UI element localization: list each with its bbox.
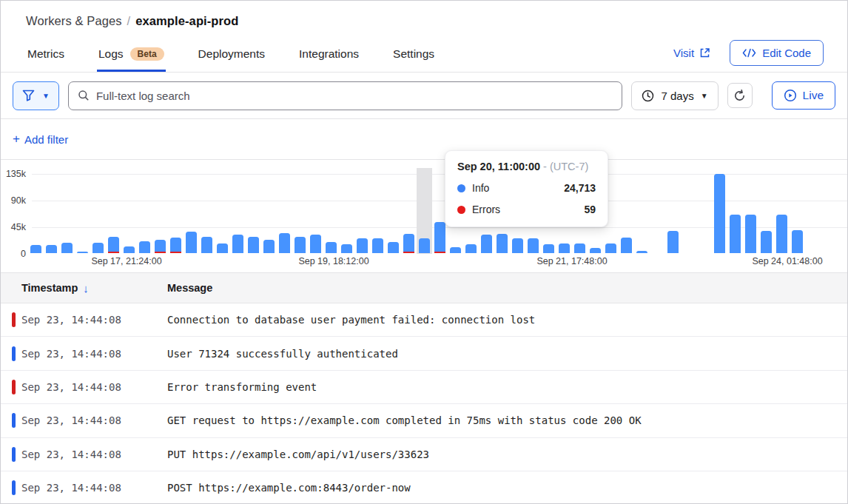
sort-desc-icon: ↓ [83, 282, 89, 295]
chart-bar[interactable] [30, 245, 41, 253]
severity-indicator [12, 413, 16, 428]
chart-bar[interactable] [170, 238, 181, 253]
y-axis-tick: 135k [1, 169, 26, 179]
chart-bar[interactable] [745, 215, 756, 253]
chart-bar[interactable] [574, 243, 585, 253]
chart-bar-error-segment [170, 252, 181, 253]
chart-bar[interactable] [403, 234, 414, 253]
table-row[interactable]: Sep 23, 14:44:08User 71324 successfully … [1, 337, 847, 370]
severity-indicator [12, 380, 16, 394]
workers-logs-page: Workers & Pages/example-api-prod Metrics… [0, 0, 848, 504]
external-link-icon [699, 47, 710, 58]
chart-bar[interactable] [636, 251, 647, 253]
chart-bar[interactable] [730, 215, 741, 253]
edit-code-button[interactable]: Edit Code [730, 40, 824, 66]
chart-bar[interactable] [590, 248, 601, 253]
filter-menu-button[interactable]: ▼ [13, 81, 59, 110]
y-axis-tick: 0 [1, 249, 26, 259]
table-row[interactable]: Sep 23, 14:44:08PUT https://example.com/… [1, 438, 847, 471]
chart-bar[interactable] [372, 238, 383, 253]
chart-bar[interactable] [341, 244, 352, 253]
tooltip-rows: Info24,713Errors59 [457, 182, 596, 215]
chart-bar-error-segment [434, 252, 445, 253]
chart-bar[interactable] [248, 237, 259, 253]
chart-bar[interactable] [714, 174, 725, 253]
beta-badge: Beta [130, 47, 164, 61]
chart-bar[interactable] [155, 240, 166, 253]
chart-bar[interactable] [217, 243, 228, 253]
chart-bar[interactable] [201, 237, 212, 253]
play-circle-icon [784, 89, 797, 102]
log-table-header: Timestamp ↓ Message [1, 273, 847, 303]
chart-bar[interactable] [232, 235, 243, 253]
x-axis-tick: Sep 19, 18:12:00 [298, 256, 369, 266]
chart-bar-error-segment [108, 252, 119, 253]
breadcrumb-current-page: example-api-prod [135, 14, 238, 27]
table-row[interactable]: Sep 23, 14:44:08POST https://example.com… [1, 471, 847, 504]
chart-bar[interactable] [543, 244, 554, 253]
chart-bar[interactable] [186, 232, 197, 253]
chart-bar[interactable] [388, 242, 399, 253]
live-button[interactable]: Live [772, 81, 835, 110]
chart-bar[interactable] [465, 244, 477, 253]
chart-bar[interactable] [559, 243, 570, 253]
add-filter-button[interactable]: + Add filter [13, 132, 68, 147]
tab-logs[interactable]: Logs Beta [97, 38, 166, 72]
chart-bar[interactable] [621, 238, 632, 253]
filter-bar: ▼ 7 days ▼ Live [1, 73, 847, 119]
breadcrumb-section-link[interactable]: Workers & Pages [26, 14, 122, 27]
column-header-timestamp[interactable]: Timestamp ↓ [1, 282, 167, 295]
refresh-button[interactable] [727, 83, 753, 108]
table-row[interactable]: Sep 23, 14:44:08Connection to database u… [1, 303, 847, 337]
breadcrumb: Workers & Pages/example-api-prod [26, 14, 824, 28]
chart-bar[interactable] [512, 238, 523, 253]
tooltip-series-label: Info [472, 182, 489, 194]
tab-bar: Metrics Logs Beta Deployments Integratio… [1, 38, 847, 73]
tab-settings[interactable]: Settings [391, 38, 436, 72]
chart-bar[interactable] [263, 240, 275, 253]
tab-deployments[interactable]: Deployments [197, 38, 266, 72]
chart-bar[interactable] [497, 234, 508, 253]
x-axis-tick: Sep 17, 21:24:00 [91, 256, 161, 266]
search-input[interactable] [96, 90, 613, 102]
tooltip-series-label: Errors [472, 204, 500, 215]
time-range-dropdown[interactable]: 7 days ▼ [631, 81, 718, 110]
x-axis-tick: Sep 24, 01:48:00 [752, 256, 822, 266]
log-timestamp: Sep 23, 14:44:08 [1, 482, 167, 494]
topbar: Workers & Pages/example-api-prod [1, 1, 847, 28]
chart-bar[interactable] [761, 231, 772, 253]
table-row[interactable]: Sep 23, 14:44:08Error transforming event [1, 371, 847, 404]
log-message: Connection to database user_payment fail… [167, 314, 847, 326]
severity-indicator [12, 346, 16, 361]
chart-bar[interactable] [61, 243, 73, 253]
chart-bar[interactable] [776, 215, 787, 253]
chart-bar[interactable] [419, 238, 430, 253]
tooltip-series-row: Info24,713 [457, 182, 596, 194]
tooltip-series-value: 24,713 [564, 182, 596, 194]
chart-bar[interactable] [295, 237, 306, 253]
chart-bar[interactable] [481, 235, 492, 253]
chart-bar[interactable] [310, 235, 321, 253]
chart-bar[interactable] [605, 243, 616, 253]
funnel-icon [22, 90, 35, 101]
chart-bar[interactable] [139, 241, 150, 253]
chart-bar[interactable] [792, 230, 803, 253]
chart-bar[interactable] [450, 247, 461, 253]
chart-bar[interactable] [326, 242, 337, 253]
chart-bar[interactable] [77, 252, 88, 253]
chart-bar[interactable] [92, 243, 104, 253]
table-row[interactable]: Sep 23, 14:44:08GET request to https://e… [1, 404, 847, 437]
chart-bar[interactable] [357, 238, 368, 253]
chart-bar[interactable] [667, 231, 679, 253]
tab-integrations[interactable]: Integrations [297, 38, 360, 72]
chart-bar[interactable] [434, 222, 445, 253]
chevron-down-icon: ▼ [701, 92, 708, 100]
chart-bar[interactable] [528, 238, 539, 253]
log-timestamp: Sep 23, 14:44:08 [1, 348, 167, 360]
tab-metrics[interactable]: Metrics [26, 38, 66, 72]
chart-bar[interactable] [46, 245, 57, 253]
chart-bar[interactable] [108, 237, 119, 253]
chart-bar[interactable] [124, 246, 135, 253]
visit-link[interactable]: Visit [673, 47, 710, 59]
chart-bar[interactable] [279, 233, 290, 253]
